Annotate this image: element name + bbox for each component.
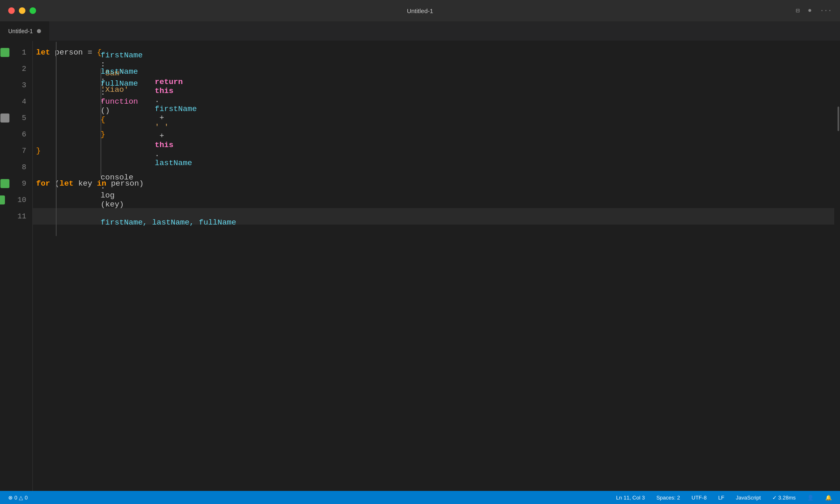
token-output-comment: firstName, lastName, fullName [100,218,236,227]
token-this-2: this [155,141,173,150]
position-text: Ln 11, Col 3 [616,495,645,501]
warning-icon: △ [19,495,23,501]
breakpoint-9[interactable] [0,179,9,188]
maximize-button[interactable] [30,7,36,14]
token-dot-1: . [155,95,159,104]
window-title: Untitled-1 [407,7,433,14]
warning-count: 0 [25,495,27,501]
error-icon: ⊗ [8,495,13,501]
line-number-2: 2 [22,61,26,77]
token-return: return [155,77,187,86]
editor-scrollbar[interactable] [834,41,840,491]
tab-label: Untitled-1 [8,28,33,34]
line-number-9: 9 [22,175,26,192]
token-plus-2: + [155,132,169,141]
status-right: Ln 11, Col 3 Spaces: 2 UTF-8 LF JavaScri… [614,495,833,501]
line-number-11: 11 [17,208,26,225]
token-dot-2: . [155,150,159,159]
line-number-8: 8 [22,159,26,175]
token-plus-1: + [155,114,169,123]
traffic-lights [8,7,36,14]
line-numbers-gutter: 1 2 3 4 5 6 7 8 9 10 [0,41,33,491]
line-number-10: 10 [17,192,26,208]
token-paren-log: (key) [100,200,124,209]
status-notification-icon[interactable]: 🔔 [824,495,833,501]
status-encoding[interactable]: UTF-8 [690,495,708,501]
line-number-1: 1 [22,44,26,61]
status-position[interactable]: Ln 11, Col 3 [614,495,646,501]
token-close-brace-7: } [36,146,41,155]
titlebar-actions: ⊟ ● ··· [796,7,832,15]
spaces-text: Spaces: 2 [656,495,680,501]
scrollbar-thumb[interactable] [838,107,839,131]
status-remote-icon[interactable]: 👤 [806,495,815,501]
tab-unsaved-indicator [37,29,41,33]
minimize-button[interactable] [19,7,25,14]
token-log: log [100,191,114,200]
close-button[interactable] [8,7,15,14]
bell-icon: 🔔 [825,495,832,501]
token-firstname-ref: firstName [155,104,197,114]
status-line-ending[interactable]: LF [717,495,726,501]
editor-area: 1 2 3 4 5 6 7 8 9 10 [0,41,840,491]
token-spaces-10 [100,209,114,218]
code-line-5: return this . firstName + ' ' + this . l… [33,110,834,126]
status-errors[interactable]: ⊗ 0 △ 0 [7,495,29,501]
tabbar: Untitled-1 [0,21,840,41]
line-number-4: 4 [22,93,26,110]
more-actions-icon[interactable]: ··· [820,7,832,14]
code-line-10: console . log (key) firstName, lastName,… [33,192,834,208]
line-ending-text: LF [718,495,724,501]
status-language[interactable]: JavaScript [734,495,762,501]
token-this-1: this [155,86,173,95]
status-spaces[interactable]: Spaces: 2 [655,495,682,501]
status-left: ⊗ 0 △ 0 [7,495,29,501]
code-editor[interactable]: let person = { firstName : 'Sam' , lastN… [33,41,834,491]
line-number-7: 7 [22,143,26,159]
token-close-brace-6: } [100,130,105,139]
circle-icon[interactable]: ● [808,7,812,14]
line-number-5: 5 [22,110,26,126]
token-console: console [100,173,133,182]
language-text: JavaScript [736,495,761,501]
line-number-6: 6 [22,126,26,143]
split-editor-icon[interactable]: ⊟ [796,7,800,15]
token-space-string: ' ' [155,123,169,132]
timing-text: ✓ 3.28ms [772,495,796,501]
person-icon: 👤 [807,495,814,501]
token-dot-console: . [100,182,105,191]
token-for: for [36,179,55,188]
titlebar: Untitled-1 ⊟ ● ··· [0,0,840,21]
error-count: 0 [14,495,17,501]
encoding-text: UTF-8 [692,495,707,501]
status-timing[interactable]: ✓ 3.28ms [771,495,797,501]
breakpoint-1[interactable] [0,48,9,57]
token-let-1: let [36,48,55,57]
statusbar: ⊗ 0 △ 0 Ln 11, Col 3 Spaces: 2 UTF-8 LF … [0,491,840,504]
line-number-3: 3 [22,77,26,93]
editor-tab[interactable]: Untitled-1 [0,21,50,41]
breakpoint-10[interactable] [0,195,5,204]
breakpoint-5[interactable] [0,114,9,123]
